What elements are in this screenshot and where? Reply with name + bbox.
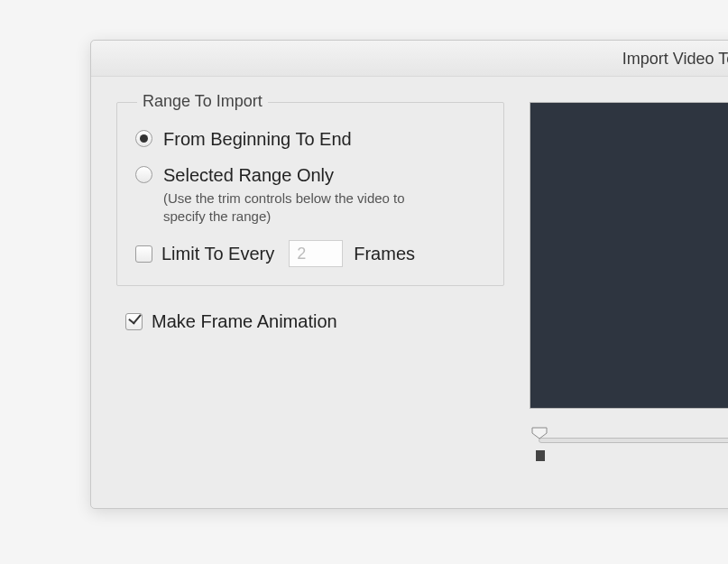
radio-selected-range-label: Selected Range Only	[163, 164, 416, 186]
import-video-dialog: Import Video To L Range To Import From B…	[90, 40, 728, 509]
make-frame-checkbox[interactable]	[125, 313, 143, 330]
limit-label: Limit To Every	[161, 244, 274, 264]
window-titlebar: Import Video To L	[91, 41, 728, 77]
range-group-legend: Range To Import	[137, 92, 268, 111]
trim-track[interactable]	[539, 438, 728, 443]
window-title: Import Video To L	[622, 50, 728, 68]
limit-checkbox[interactable]	[135, 245, 152, 263]
radio-row-selected-range: Selected Range Only (Use the trim contro…	[135, 164, 485, 226]
limit-unit: Frames	[354, 244, 415, 264]
trim-slider	[530, 432, 728, 468]
radio-selected-range-hint: (Use the trim controls below the video t…	[163, 190, 416, 226]
range-to-import-group: Range To Import From Beginning To End Se…	[116, 102, 504, 286]
dialog-content: Range To Import From Beginning To End Se…	[91, 77, 728, 468]
make-frame-row: Make Frame Animation	[125, 311, 504, 332]
radio-row-beginning: From Beginning To End	[135, 128, 485, 150]
limit-frames-input[interactable]: 2	[289, 240, 343, 267]
trim-in-marker-icon[interactable]	[536, 448, 545, 459]
radio-selected-range[interactable]	[135, 166, 152, 183]
make-frame-label: Make Frame Animation	[152, 311, 337, 332]
preview-column	[530, 102, 728, 468]
radio-from-beginning[interactable]	[135, 130, 152, 147]
limit-row: Limit To Every 2 Frames	[135, 240, 485, 267]
options-column: Range To Import From Beginning To End Se…	[116, 102, 504, 468]
trim-thumb-icon[interactable]	[531, 427, 548, 439]
radio-from-beginning-label: From Beginning To End	[163, 128, 352, 150]
video-preview	[530, 102, 728, 409]
